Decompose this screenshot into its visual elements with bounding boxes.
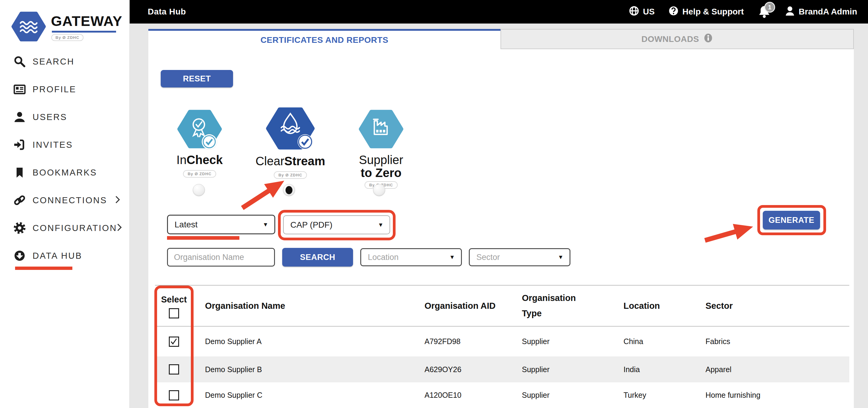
content-card: RESET InCheck By Ø ZDHC [148, 49, 854, 408]
sidebar-item-label: SEARCH [33, 57, 74, 67]
row-checkbox-checked[interactable] [169, 337, 179, 347]
bookmarks-icon [13, 166, 27, 179]
user-label: BrandA Admin [799, 7, 857, 17]
configuration-icon [13, 221, 27, 234]
cell-organisation-name: Demo Supplier A [193, 337, 425, 346]
tab-label: DOWNLOADS [641, 34, 699, 44]
organisation-name-input[interactable] [167, 248, 275, 266]
checkmark-icon [170, 338, 178, 346]
annotation-arrow-radio [238, 173, 289, 215]
sidebar-item-connections[interactable]: CONNECTIONS [0, 186, 130, 214]
version-select[interactable]: Latest ▼ [167, 215, 275, 234]
sidebar-item-label: CONFIGURATION [33, 223, 117, 233]
tab-downloads[interactable]: DOWNLOADS [500, 29, 854, 49]
caret-down-icon: ▼ [449, 254, 455, 260]
column-header-organisation-aid: Organisation AID [425, 301, 522, 311]
sidebar-nav: SEARCH PROFILE USERS INVITES BOOKMARKS [0, 48, 130, 270]
product-byline: By Ø ZDHC [274, 171, 307, 179]
user-menu[interactable]: BrandA Admin [785, 6, 857, 18]
row-checkbox[interactable] [169, 390, 179, 401]
notification-badge: 1 [764, 2, 775, 13]
caret-down-icon: ▼ [558, 254, 563, 260]
tab-label: CERTIFICATES AND REPORTS [260, 35, 388, 45]
product-clearstream: ClearStream By Ø ZDHC [251, 107, 330, 179]
clearstream-logo-icon [266, 107, 315, 151]
connections-icon [13, 194, 27, 207]
radio-supplier-to-zero[interactable] [373, 184, 385, 196]
select-header-label: Select [161, 294, 187, 305]
profile-icon [13, 83, 27, 96]
cell-sector: Apparel [706, 365, 849, 374]
table-header-row: Select Organisation Name Organisation AI… [155, 285, 849, 326]
search-button[interactable]: SEARCH [282, 248, 353, 266]
brand-underline [52, 31, 116, 33]
product-name: ClearStream [255, 155, 325, 168]
cell-organisation-name: Demo Supplier C [193, 391, 425, 400]
brand-byline: By Ø ZDHC [51, 34, 84, 41]
cell-sector: Fabrics [706, 337, 849, 346]
product-byline: By Ø ZDHC [183, 170, 216, 178]
report-type-select[interactable]: CAP (PDF) ▼ [283, 215, 390, 234]
help-support-link[interactable]: Help & Support [669, 6, 744, 18]
sidebar: GATEWAY By Ø ZDHC SEARCH PROFILE USERS I [0, 0, 130, 408]
annotation-underline-version [167, 236, 239, 240]
results-table: Select Organisation Name Organisation AI… [155, 285, 849, 408]
cell-sector: Home furnishing [706, 391, 849, 400]
incheck-logo-icon [177, 109, 222, 150]
search-icon [13, 55, 27, 68]
info-icon [703, 33, 713, 45]
locale-switcher[interactable]: US [629, 6, 655, 18]
topbar: Data Hub US Help & Support 1 BrandA Admi… [130, 0, 868, 24]
table-row: Demo Supplier A A792FD98 Supplier China … [155, 326, 849, 356]
sidebar-item-label: INVITES [33, 140, 73, 150]
globe-icon [629, 6, 639, 18]
cell-location: India [623, 365, 706, 374]
sidebar-item-data-hub[interactable]: DATA HUB [0, 242, 130, 270]
sidebar-item-label: CONNECTIONS [33, 195, 107, 206]
reset-button[interactable]: RESET [161, 70, 233, 88]
sector-select-placeholder: Sector [476, 253, 500, 262]
tab-certificates-and-reports[interactable]: CERTIFICATES AND REPORTS [148, 29, 500, 49]
product-name: InCheck [176, 154, 222, 166]
cell-organisation-aid: A120OE10 [425, 391, 522, 400]
product-name: Supplierto Zero [359, 154, 403, 180]
product-supplier-to-zero: Supplierto Zero By Ø ZDHC [342, 109, 421, 189]
column-header-organisation-name: Organisation Name [193, 301, 425, 311]
sidebar-item-search[interactable]: SEARCH [0, 48, 130, 75]
report-type-select-value: CAP (PDF) [290, 220, 333, 230]
cell-organisation-type: Supplier [522, 337, 623, 346]
topbar-right: US Help & Support 1 BrandA Admin [629, 5, 857, 19]
table-row: Demo Supplier B A629OY26 Supplier India … [155, 356, 849, 382]
radio-selected-dot [285, 186, 292, 194]
sidebar-item-label: USERS [33, 112, 67, 122]
sidebar-item-bookmarks[interactable]: BOOKMARKS [0, 159, 130, 186]
generate-button[interactable]: GENERATE [763, 211, 820, 229]
invites-icon [13, 138, 27, 151]
help-label: Help & Support [682, 7, 744, 17]
data-hub-icon [13, 249, 27, 262]
verified-badge-icon [202, 134, 217, 149]
supplier-to-zero-logo-icon [359, 109, 404, 150]
sector-select[interactable]: Sector ▼ [469, 248, 570, 266]
radio-incheck[interactable] [193, 184, 205, 196]
column-header-organisation-type: Organisation Type [522, 290, 623, 321]
select-all-checkbox[interactable] [169, 308, 179, 318]
product-incheck: InCheck By Ø ZDHC [160, 109, 239, 178]
sidebar-item-configuration[interactable]: CONFIGURATION [0, 214, 130, 242]
notifications-button[interactable]: 1 [758, 5, 771, 19]
cell-organisation-aid: A629OY26 [425, 365, 522, 374]
brand-name: GATEWAY [51, 13, 122, 29]
row-checkbox[interactable] [169, 364, 179, 375]
cell-organisation-aid: A792FD98 [425, 337, 522, 346]
sidebar-item-users[interactable]: USERS [0, 103, 130, 131]
sidebar-item-invites[interactable]: INVITES [0, 131, 130, 159]
main-content: CERTIFICATES AND REPORTS DOWNLOADS RESET [130, 24, 868, 408]
caret-down-icon: ▼ [378, 222, 383, 228]
radio-clearstream[interactable] [283, 184, 295, 196]
sidebar-item-profile[interactable]: PROFILE [0, 75, 130, 103]
location-select[interactable]: Location ▼ [360, 248, 462, 266]
gateway-logo-icon [11, 11, 46, 42]
chevron-right-icon [115, 196, 120, 205]
verified-badge-icon [298, 134, 313, 149]
column-header-sector: Sector [706, 301, 849, 311]
